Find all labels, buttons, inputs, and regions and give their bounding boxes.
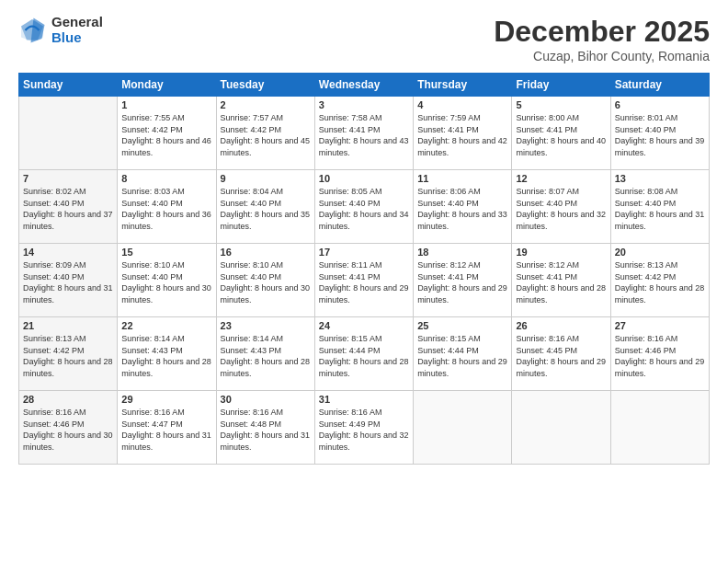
- logo: General Blue: [18, 15, 103, 45]
- header-saturday: Saturday: [610, 74, 709, 97]
- day-info: Sunrise: 8:16 AMSunset: 4:47 PMDaylight:…: [121, 408, 211, 452]
- day-info: Sunrise: 8:15 AMSunset: 4:44 PMDaylight:…: [417, 334, 507, 378]
- day-cell: 20 Sunrise: 8:13 AMSunset: 4:42 PMDaylig…: [610, 244, 709, 317]
- day-cell: 4 Sunrise: 7:59 AMSunset: 4:41 PMDayligh…: [414, 97, 512, 170]
- logo-general-text: General: [51, 15, 103, 30]
- day-cell: 13 Sunrise: 8:08 AMSunset: 4:40 PMDaylig…: [610, 170, 709, 244]
- day-cell: 17 Sunrise: 8:11 AMSunset: 4:41 PMDaylig…: [314, 244, 413, 317]
- day-number: 18: [417, 247, 507, 258]
- week-row-4: 28 Sunrise: 8:16 AMSunset: 4:46 PMDaylig…: [19, 391, 710, 465]
- day-number: 21: [23, 320, 113, 331]
- day-info: Sunrise: 8:05 AMSunset: 4:40 PMDaylight:…: [319, 187, 409, 231]
- day-cell: 16 Sunrise: 8:10 AMSunset: 4:40 PMDaylig…: [216, 244, 314, 317]
- calendar-table: SundayMondayTuesdayWednesdayThursdayFrid…: [18, 73, 710, 465]
- day-number: 8: [121, 173, 211, 184]
- day-cell: 7 Sunrise: 8:02 AMSunset: 4:40 PMDayligh…: [19, 170, 118, 244]
- day-cell: 31 Sunrise: 8:16 AMSunset: 4:49 PMDaylig…: [314, 391, 413, 465]
- day-info: Sunrise: 8:12 AMSunset: 4:41 PMDaylight:…: [516, 260, 606, 304]
- day-number: 7: [23, 173, 113, 184]
- day-info: Sunrise: 8:15 AMSunset: 4:44 PMDaylight:…: [319, 334, 409, 378]
- day-cell: 8 Sunrise: 8:03 AMSunset: 4:40 PMDayligh…: [118, 170, 216, 244]
- day-cell: 11 Sunrise: 8:06 AMSunset: 4:40 PMDaylig…: [414, 170, 512, 244]
- day-info: Sunrise: 8:11 AMSunset: 4:41 PMDaylight:…: [319, 260, 409, 304]
- week-row-0: 1 Sunrise: 7:55 AMSunset: 4:42 PMDayligh…: [19, 97, 710, 170]
- day-cell: 21 Sunrise: 8:13 AMSunset: 4:42 PMDaylig…: [19, 317, 118, 391]
- day-number: 1: [121, 99, 211, 110]
- day-cell: 23 Sunrise: 8:14 AMSunset: 4:43 PMDaylig…: [216, 317, 314, 391]
- day-cell: 6 Sunrise: 8:01 AMSunset: 4:40 PMDayligh…: [610, 97, 709, 170]
- day-cell: 5 Sunrise: 8:00 AMSunset: 4:41 PMDayligh…: [512, 97, 610, 170]
- day-info: Sunrise: 8:16 AMSunset: 4:48 PMDaylight:…: [221, 408, 311, 452]
- day-cell: 22 Sunrise: 8:14 AMSunset: 4:43 PMDaylig…: [118, 317, 216, 391]
- day-number: 17: [319, 247, 409, 258]
- day-number: 2: [221, 99, 311, 110]
- day-info: Sunrise: 8:13 AMSunset: 4:42 PMDaylight:…: [615, 260, 705, 304]
- calendar-subtitle: Cuzap, Bihor County, Romania: [494, 49, 710, 63]
- day-info: Sunrise: 8:02 AMSunset: 4:40 PMDaylight:…: [23, 187, 113, 231]
- header-tuesday: Tuesday: [216, 74, 314, 97]
- day-info: Sunrise: 7:58 AMSunset: 4:41 PMDaylight:…: [319, 113, 409, 157]
- header-sunday: Sunday: [19, 74, 118, 97]
- day-cell: 28 Sunrise: 8:16 AMSunset: 4:46 PMDaylig…: [19, 391, 118, 465]
- day-number: 29: [121, 394, 211, 405]
- day-info: Sunrise: 8:06 AMSunset: 4:40 PMDaylight:…: [417, 187, 507, 231]
- day-number: 3: [319, 99, 409, 110]
- day-number: 5: [516, 99, 606, 110]
- week-row-1: 7 Sunrise: 8:02 AMSunset: 4:40 PMDayligh…: [19, 170, 710, 244]
- day-number: 25: [417, 320, 507, 331]
- day-cell: 14 Sunrise: 8:09 AMSunset: 4:40 PMDaylig…: [19, 244, 118, 317]
- day-info: Sunrise: 8:03 AMSunset: 4:40 PMDaylight:…: [121, 187, 211, 231]
- day-number: 16: [221, 247, 311, 258]
- day-cell: 12 Sunrise: 8:07 AMSunset: 4:40 PMDaylig…: [512, 170, 610, 244]
- logo-blue-text: Blue: [51, 30, 103, 46]
- day-cell: 27 Sunrise: 8:16 AMSunset: 4:46 PMDaylig…: [610, 317, 709, 391]
- day-cell: 2 Sunrise: 7:57 AMSunset: 4:42 PMDayligh…: [216, 97, 314, 170]
- day-cell: [610, 391, 709, 465]
- week-row-2: 14 Sunrise: 8:09 AMSunset: 4:40 PMDaylig…: [19, 244, 710, 317]
- day-info: Sunrise: 8:16 AMSunset: 4:45 PMDaylight:…: [516, 334, 606, 378]
- day-info: Sunrise: 7:55 AMSunset: 4:42 PMDaylight:…: [121, 113, 211, 157]
- header-row: SundayMondayTuesdayWednesdayThursdayFrid…: [19, 74, 710, 97]
- day-info: Sunrise: 7:57 AMSunset: 4:42 PMDaylight:…: [221, 113, 311, 157]
- day-info: Sunrise: 8:14 AMSunset: 4:43 PMDaylight:…: [121, 334, 211, 378]
- day-info: Sunrise: 8:00 AMSunset: 4:41 PMDaylight:…: [516, 113, 606, 157]
- day-cell: 29 Sunrise: 8:16 AMSunset: 4:47 PMDaylig…: [118, 391, 216, 465]
- day-number: 31: [319, 394, 409, 405]
- day-info: Sunrise: 8:12 AMSunset: 4:41 PMDaylight:…: [417, 260, 507, 304]
- header-wednesday: Wednesday: [314, 74, 413, 97]
- day-number: 23: [221, 320, 311, 331]
- day-info: Sunrise: 8:09 AMSunset: 4:40 PMDaylight:…: [23, 260, 113, 304]
- title-block: December 2025 Cuzap, Bihor County, Roman…: [494, 15, 710, 63]
- day-cell: 30 Sunrise: 8:16 AMSunset: 4:48 PMDaylig…: [216, 391, 314, 465]
- day-number: 15: [121, 247, 211, 258]
- day-number: 28: [23, 394, 113, 405]
- logo-text: General Blue: [51, 15, 103, 45]
- day-cell: 3 Sunrise: 7:58 AMSunset: 4:41 PMDayligh…: [314, 97, 413, 170]
- day-cell: 18 Sunrise: 8:12 AMSunset: 4:41 PMDaylig…: [414, 244, 512, 317]
- day-info: Sunrise: 8:04 AMSunset: 4:40 PMDaylight:…: [221, 187, 311, 231]
- day-info: Sunrise: 8:10 AMSunset: 4:40 PMDaylight:…: [121, 260, 211, 304]
- day-cell: [414, 391, 512, 465]
- day-cell: 1 Sunrise: 7:55 AMSunset: 4:42 PMDayligh…: [118, 97, 216, 170]
- day-number: 6: [615, 99, 705, 110]
- day-number: 27: [615, 320, 705, 331]
- day-cell: 24 Sunrise: 8:15 AMSunset: 4:44 PMDaylig…: [314, 317, 413, 391]
- day-number: 12: [516, 173, 606, 184]
- day-number: 19: [516, 247, 606, 258]
- day-info: Sunrise: 8:16 AMSunset: 4:46 PMDaylight:…: [23, 408, 113, 452]
- day-info: Sunrise: 8:01 AMSunset: 4:40 PMDaylight:…: [615, 113, 705, 157]
- day-number: 20: [615, 247, 705, 258]
- day-info: Sunrise: 8:10 AMSunset: 4:40 PMDaylight:…: [221, 260, 311, 304]
- day-info: Sunrise: 8:13 AMSunset: 4:42 PMDaylight:…: [23, 334, 113, 378]
- header-thursday: Thursday: [414, 74, 512, 97]
- day-number: 14: [23, 247, 113, 258]
- day-number: 4: [417, 99, 507, 110]
- day-cell: 10 Sunrise: 8:05 AMSunset: 4:40 PMDaylig…: [314, 170, 413, 244]
- day-number: 22: [121, 320, 211, 331]
- day-info: Sunrise: 7:59 AMSunset: 4:41 PMDaylight:…: [417, 113, 507, 157]
- header-friday: Friday: [512, 74, 610, 97]
- day-number: 26: [516, 320, 606, 331]
- day-cell: [19, 97, 118, 170]
- day-cell: 26 Sunrise: 8:16 AMSunset: 4:45 PMDaylig…: [512, 317, 610, 391]
- day-cell: 19 Sunrise: 8:12 AMSunset: 4:41 PMDaylig…: [512, 244, 610, 317]
